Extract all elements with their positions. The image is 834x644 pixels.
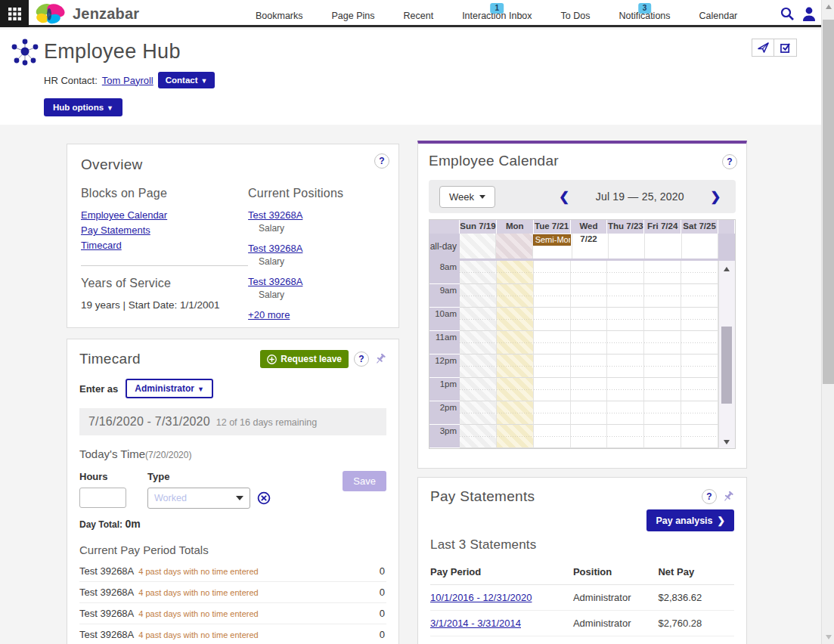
calendar-cell[interactable] xyxy=(497,355,534,378)
calendar-cell[interactable] xyxy=(607,284,644,308)
scroll-up-icon[interactable] xyxy=(718,267,735,271)
pay-help-button[interactable]: ? xyxy=(702,489,717,504)
calendar-cell[interactable] xyxy=(644,401,681,425)
type-select[interactable]: Worked xyxy=(147,488,250,509)
calendar-cell[interactable] xyxy=(497,261,534,284)
nav-to-dos[interactable]: To Dos xyxy=(561,6,591,21)
calendar-cell[interactable] xyxy=(460,331,497,355)
calendar-cell[interactable] xyxy=(681,401,718,425)
hours-input[interactable] xyxy=(79,488,126,508)
request-leave-button[interactable]: Request leave xyxy=(260,350,349,368)
calendar-cell[interactable] xyxy=(534,331,571,355)
calendar-cell[interactable] xyxy=(571,425,608,448)
tasks-button[interactable] xyxy=(774,39,797,57)
calendar-cell[interactable] xyxy=(644,331,681,355)
calendar-cell[interactable] xyxy=(497,378,534,401)
calendar-cell[interactable] xyxy=(644,355,681,378)
calendar-cell[interactable] xyxy=(681,284,718,308)
pin-icon[interactable] xyxy=(722,491,734,503)
calendar-cell[interactable] xyxy=(681,331,718,355)
overview-help-button[interactable]: ? xyxy=(374,153,389,169)
calendar-cell[interactable] xyxy=(644,425,681,448)
calendar-cell[interactable] xyxy=(534,378,571,401)
clear-type-icon[interactable] xyxy=(257,491,271,505)
hr-contact-link[interactable]: Tom Payroll xyxy=(102,75,153,86)
calendar-cell[interactable] xyxy=(534,261,571,284)
nav-recent[interactable]: Recent xyxy=(404,6,434,21)
calendar-allday-cell[interactable] xyxy=(460,234,496,259)
calendar-cell[interactable] xyxy=(607,378,644,401)
calendar-help-button[interactable]: ? xyxy=(722,154,737,169)
calendar-cell[interactable] xyxy=(571,261,608,284)
brand[interactable]: Jenzabar xyxy=(33,0,139,27)
browser-scrollbar-thumb[interactable] xyxy=(823,20,834,384)
calendar-cell[interactable] xyxy=(644,378,681,401)
send-message-button[interactable] xyxy=(752,39,774,57)
calendar-cell[interactable] xyxy=(571,378,608,401)
timecard-help-button[interactable]: ? xyxy=(354,351,369,367)
nav-bookmarks[interactable]: Bookmarks xyxy=(256,6,303,21)
calendar-cell[interactable] xyxy=(681,425,718,448)
nav-calendar[interactable]: Calendar xyxy=(699,6,738,21)
calendar-cell[interactable] xyxy=(534,355,571,378)
calendar-cell[interactable] xyxy=(460,401,497,425)
calendar-cell[interactable] xyxy=(571,401,608,425)
calendar-cell[interactable] xyxy=(497,401,534,425)
calendar-cell[interactable] xyxy=(534,425,571,448)
calendar-cell[interactable] xyxy=(607,425,644,448)
calendar-allday-cell[interactable] xyxy=(682,234,718,259)
position-link[interactable]: Test 39268A xyxy=(248,243,302,254)
calendar-cell[interactable] xyxy=(460,355,497,378)
calendar-cell[interactable] xyxy=(534,284,571,308)
scroll-down-icon[interactable] xyxy=(718,440,735,444)
calendar-scrollbar[interactable] xyxy=(718,263,735,448)
calendar-cell[interactable] xyxy=(460,425,497,448)
calendar-cell[interactable] xyxy=(534,308,571,331)
block-link-employee-calendar[interactable]: Employee Calendar xyxy=(81,208,248,223)
view-selector-week[interactable]: Week xyxy=(439,186,495,208)
calendar-cell[interactable] xyxy=(607,261,644,284)
calendar-cell[interactable] xyxy=(497,308,534,331)
calendar-cell[interactable] xyxy=(607,308,644,331)
calendar-cell[interactable] xyxy=(460,284,497,308)
calendar-event[interactable]: Semi-Mont xyxy=(533,234,571,246)
calendar-cell[interactable] xyxy=(644,308,681,331)
nav-page-pins[interactable]: Page Pins xyxy=(332,6,375,21)
calendar-cell[interactable] xyxy=(497,331,534,355)
position-link[interactable]: Test 39268A xyxy=(248,209,302,221)
calendar-cell[interactable] xyxy=(681,355,718,378)
calendar-cell[interactable] xyxy=(460,308,497,331)
statement-period-link[interactable]: 3/1/2014 - 3/31/2014 xyxy=(430,618,521,629)
calendar-cell[interactable] xyxy=(497,425,534,448)
statement-period-link[interactable]: 10/1/2016 - 12/31/2020 xyxy=(430,592,532,603)
more-positions-link[interactable]: +20 more xyxy=(248,309,290,320)
next-week-button[interactable]: ❯ xyxy=(710,190,721,203)
profile-icon[interactable] xyxy=(802,6,816,21)
contact-dropdown-button[interactable]: Contact▼ xyxy=(158,72,215,88)
calendar-allday-cell[interactable] xyxy=(645,234,681,259)
calendar-cell[interactable] xyxy=(571,355,608,378)
calendar-cell[interactable] xyxy=(571,284,608,308)
calendar-allday-cell[interactable] xyxy=(496,234,532,259)
scroll-up-icon[interactable] xyxy=(822,2,834,12)
browser-scrollbar[interactable] xyxy=(821,0,834,644)
calendar-cell[interactable] xyxy=(497,284,534,308)
calendar-cell[interactable] xyxy=(644,261,681,284)
nav-notifications[interactable]: 3 Notifications xyxy=(619,6,670,21)
enter-as-dropdown[interactable]: Administrator▼ xyxy=(126,379,213,398)
calendar-cell[interactable] xyxy=(681,378,718,401)
nav-interaction-inbox[interactable]: 1 Interaction Inbox xyxy=(462,6,532,21)
calendar-cell[interactable] xyxy=(460,261,497,284)
calendar-cell[interactable] xyxy=(607,331,644,355)
calendar-allday-cell[interactable] xyxy=(572,234,609,259)
previous-week-button[interactable]: ❮ xyxy=(559,190,569,203)
search-icon[interactable] xyxy=(780,6,795,21)
calendar-cell[interactable] xyxy=(681,308,718,331)
pay-analysis-button[interactable]: Pay analysis ❯ xyxy=(646,509,734,531)
calendar-cell[interactable] xyxy=(607,401,644,425)
save-button[interactable]: Save xyxy=(343,471,386,491)
calendar-scrollbar-thumb[interactable] xyxy=(721,327,732,404)
calendar-cell[interactable] xyxy=(607,355,644,378)
app-launcher-button[interactable] xyxy=(0,0,29,27)
calendar-cell[interactable] xyxy=(460,378,497,401)
